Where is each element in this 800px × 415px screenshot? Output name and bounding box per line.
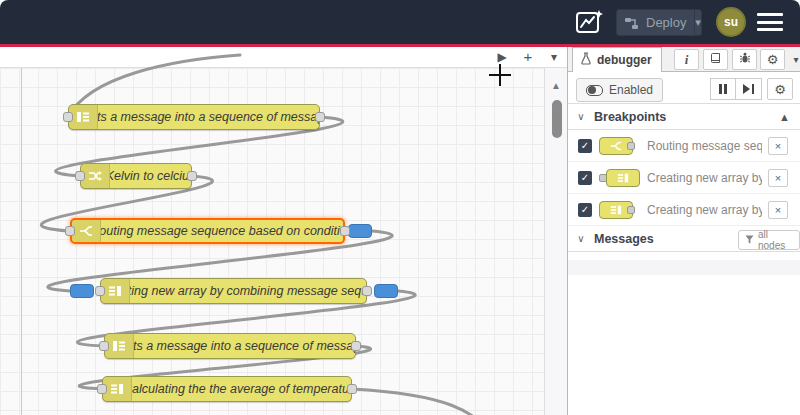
flow-node-change[interactable]: Kelvin to celcius	[80, 163, 192, 189]
flow-node-split-1[interactable]: Splits a message into a sequence of mess…	[68, 104, 320, 130]
header-bar: Deploy ▾ su	[0, 0, 800, 44]
book-icon	[710, 52, 722, 67]
tab-debugger[interactable]: debugger	[572, 47, 662, 72]
chevron-down-icon: ∨	[568, 111, 594, 122]
join-icon	[101, 279, 130, 303]
node-red-window: Deploy ▾ su ▶ + ▾	[0, 0, 800, 415]
filter-label: all nodes	[758, 229, 793, 251]
deploy-label: Deploy	[646, 15, 686, 30]
debugger-settings-button[interactable]: ⚙	[767, 78, 793, 100]
debugger-toolbar: Enabled ⚙	[568, 72, 800, 104]
node-output-port[interactable]	[351, 341, 361, 351]
breakpoint-label: Creating new array by combining message …	[647, 162, 762, 194]
change-icon	[81, 164, 110, 188]
export-chart-button[interactable]	[572, 8, 606, 38]
mini-join-node-icon	[599, 168, 641, 188]
breakpoint-label: Routing message sequence based on condit…	[647, 130, 762, 162]
deploy-caret-icon[interactable]: ▾	[695, 16, 701, 29]
avatar-initials: su	[724, 15, 738, 29]
funnel-icon	[745, 235, 754, 246]
split-icon	[69, 105, 98, 129]
user-avatar[interactable]: su	[716, 7, 746, 37]
flask-icon	[580, 51, 592, 69]
breakpoint-label: Creating new array by combining message …	[647, 194, 762, 226]
flow-node-join-2[interactable]: Calculating the the average of temperatu…	[102, 376, 352, 402]
sidebar-settings-button[interactable]: ⚙	[760, 49, 785, 70]
breakpoint-marker[interactable]	[348, 224, 372, 238]
flow-list-caret-button[interactable]: ▾	[544, 47, 564, 67]
list-scroll-up-icon[interactable]: ▲	[779, 111, 790, 123]
info-icon: i	[685, 52, 689, 68]
node-input-port[interactable]	[63, 112, 73, 122]
node-label: Kelvin to celcius	[110, 164, 191, 188]
tab-scroll-right-button[interactable]: ▶	[492, 47, 512, 67]
node-label: Splits a message into a sequence of mess…	[134, 334, 355, 358]
breakpoint-row[interactable]: ✓ Creating new array by combining messag…	[568, 194, 800, 226]
caret-down-icon: ▾	[793, 54, 798, 65]
remove-breakpoint-button[interactable]: ×	[768, 137, 788, 155]
scrollbar-thumb[interactable]	[552, 100, 562, 138]
breakpoint-marker[interactable]	[70, 284, 94, 298]
breakpoint-checkbox[interactable]: ✓	[578, 203, 592, 217]
add-flow-button[interactable]: +	[518, 47, 538, 67]
deploy-button[interactable]: Deploy ▾	[616, 9, 702, 36]
step-button[interactable]	[736, 78, 762, 100]
remove-breakpoint-button[interactable]: ×	[768, 201, 788, 219]
debug-bug-button[interactable]	[732, 49, 757, 70]
node-label: Calculating the the average of temperatu…	[132, 377, 351, 401]
breakpoints-section-header[interactable]: ∨ Breakpoints ▲	[568, 104, 800, 130]
messages-title: Messages	[594, 232, 654, 246]
breakpoint-checkbox[interactable]: ✓	[578, 171, 592, 185]
export-chart-icon	[574, 24, 604, 39]
mini-join-node-icon	[599, 200, 641, 220]
node-label: Creating new array by combining message …	[130, 279, 366, 303]
node-input-port[interactable]	[95, 286, 105, 296]
flow-node-join-1[interactable]: Creating new array by combining message …	[100, 278, 367, 304]
info-button[interactable]: i	[674, 49, 699, 70]
breakpoint-row[interactable]: ✓ Creating new array by combining messag…	[568, 162, 800, 194]
breakpoint-row[interactable]: ✓ Routing message sequence based on cond…	[568, 130, 800, 162]
main-menu-button[interactable]	[757, 13, 783, 31]
node-label: Splits a message into a sequence of mess…	[98, 105, 319, 129]
chevron-down-icon: ∨	[568, 233, 594, 244]
breakpoint-checkbox[interactable]: ✓	[578, 139, 592, 153]
node-input-port[interactable]	[65, 226, 75, 236]
join-icon	[103, 377, 132, 401]
switch-icon	[72, 220, 101, 242]
sidebar-menu-caret[interactable]: ▾	[789, 49, 800, 70]
empty-message-row	[568, 260, 800, 275]
gear-icon: ⚙	[774, 82, 786, 97]
node-input-port[interactable]	[97, 384, 107, 394]
messages-section-header[interactable]: ∨ Messages all nodes	[568, 226, 800, 252]
node-output-port[interactable]	[340, 226, 350, 236]
node-input-port[interactable]	[75, 171, 85, 181]
deploy-icon	[625, 16, 641, 30]
node-output-port[interactable]	[347, 384, 357, 394]
hamburger-icon	[757, 13, 783, 16]
debugger-enabled-toggle[interactable]: Enabled	[576, 78, 663, 102]
pause-icon	[719, 84, 722, 94]
scroll-up-icon[interactable]: ▲	[545, 80, 567, 91]
flow-node-switch[interactable]: Routing message sequence based on condit…	[70, 218, 345, 244]
breakpoints-title: Breakpoints	[594, 110, 666, 124]
workspace-tabbar: ▶ + ▾	[0, 47, 567, 68]
sidebar-tabbar: debugger i ⚙ ▾	[568, 47, 800, 72]
remove-breakpoint-button[interactable]: ×	[768, 169, 788, 187]
node-output-port[interactable]	[187, 171, 197, 181]
step-icon	[743, 84, 750, 94]
node-output-port[interactable]	[315, 112, 325, 122]
filter-nodes-button[interactable]: all nodes	[738, 230, 800, 250]
enabled-label: Enabled	[609, 83, 653, 97]
flow-node-split-2[interactable]: Splits a message into a sequence of mess…	[104, 333, 356, 359]
mini-switch-node-icon	[599, 136, 641, 156]
canvas-vertical-scrollbar[interactable]: ▲	[545, 68, 567, 415]
node-output-port[interactable]	[362, 286, 372, 296]
breakpoint-marker[interactable]	[374, 284, 398, 298]
toggle-icon	[586, 85, 603, 96]
help-book-button[interactable]	[703, 49, 728, 70]
pause-button[interactable]	[710, 78, 736, 100]
node-input-port[interactable]	[99, 341, 109, 351]
split-icon	[105, 334, 134, 358]
tab-debugger-label: debugger	[597, 53, 652, 67]
node-label: Routing message sequence based on condit…	[101, 220, 343, 242]
